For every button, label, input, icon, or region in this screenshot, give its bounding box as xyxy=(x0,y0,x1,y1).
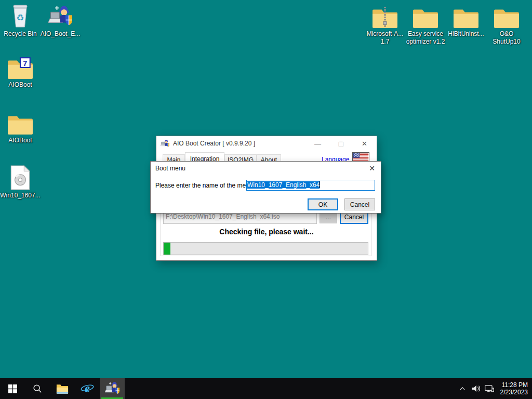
icon-label: Easy serviceoptimizer v1.2 xyxy=(405,30,446,46)
ok-button[interactable]: OK xyxy=(308,198,338,210)
title-bar[interactable]: AIO Boot Creator [ v0.9.9.20 ] — ▢ ✕ xyxy=(156,136,377,151)
svg-text:7: 7 xyxy=(23,59,27,68)
desktop-icon-oo-shutup[interactable]: O&OShutUp10 xyxy=(486,3,527,46)
boot-menu-dialog: Boot menu ✕ Please enter the name of the… xyxy=(150,161,381,214)
search-icon xyxy=(32,383,43,394)
windows-logo-icon xyxy=(8,384,17,393)
recycle-bin-icon: ♻ xyxy=(0,3,41,29)
folder-7-icon: 7 xyxy=(0,54,41,79)
svg-text:e: e xyxy=(85,382,90,395)
system-tray: 11:28 PM 2/23/2023 xyxy=(457,378,532,399)
taskbar: e 11:28 PM 2/23/2023 xyxy=(0,378,532,399)
desktop-icon-aioboot-setup[interactable]: 7 AIOBoot xyxy=(0,54,41,89)
svg-text:♻: ♻ xyxy=(16,12,24,23)
icon-label: AIOBoot xyxy=(0,137,41,144)
volume-icon[interactable] xyxy=(470,378,482,399)
status-text: Checking file, please wait... xyxy=(156,228,377,236)
icon-label: AIOBoot xyxy=(0,81,41,89)
internet-explorer-button[interactable]: e xyxy=(75,378,100,399)
internet-explorer-icon: e xyxy=(81,382,94,395)
app-icon xyxy=(161,139,169,148)
dialog-title: Boot menu xyxy=(155,165,185,172)
close-button[interactable]: ✕ xyxy=(353,136,376,151)
menu-name-input[interactable]: Win10_1607_English_x64 xyxy=(246,180,375,191)
search-button[interactable] xyxy=(25,378,50,399)
icon-label: AIO_Boot_E... xyxy=(40,30,81,38)
start-button[interactable] xyxy=(0,378,25,399)
text-caret xyxy=(320,181,320,188)
clock-date: 2/23/2023 xyxy=(500,389,528,396)
icon-label: Win10_1607... xyxy=(0,192,41,200)
dialog-cancel-button[interactable]: Cancel xyxy=(344,198,375,210)
aio-boot-app-icon xyxy=(105,381,119,396)
progress-bar xyxy=(163,242,368,255)
aio-boot-app-icon xyxy=(40,3,81,29)
clock[interactable]: 11:28 PM 2/23/2023 xyxy=(497,381,528,396)
progress-fill xyxy=(164,243,170,255)
minimize-button[interactable]: — xyxy=(306,136,329,151)
desktop-icon-win10-iso[interactable]: Win10_1607... xyxy=(0,164,41,200)
desktop-icon-aioboot-folder[interactable]: AIOBoot xyxy=(0,109,41,144)
desktop-icon-easy-service-optimizer[interactable]: Easy serviceoptimizer v1.2 xyxy=(405,3,446,46)
desktop-icon-recycle-bin[interactable]: ♻ Recycle Bin xyxy=(0,3,41,38)
icon-label: O&OShutUp10 xyxy=(486,30,527,46)
window-title: AIO Boot Creator [ v0.9.9.20 ] xyxy=(173,140,255,147)
menu-name-prompt: Please enter the name of the menu xyxy=(155,182,252,189)
maximize-button: ▢ xyxy=(329,136,353,151)
file-explorer-icon xyxy=(56,383,69,394)
icon-label: Microsoft-A...1.7 xyxy=(365,30,405,46)
dialog-title-bar[interactable]: Boot menu xyxy=(151,162,381,175)
desktop-icon-aio-boot-exe[interactable]: AIO_Boot_E... xyxy=(40,3,81,38)
file-explorer-button[interactable] xyxy=(50,378,75,399)
folder-icon xyxy=(446,3,486,29)
folder-icon xyxy=(0,109,41,135)
tray-chevron-up-icon[interactable] xyxy=(457,378,468,399)
dialog-close-icon[interactable]: ✕ xyxy=(363,162,381,175)
icon-label: HiBitUninst... xyxy=(446,30,486,38)
folder-icon xyxy=(405,3,446,29)
iso-file-icon xyxy=(0,164,41,190)
desktop-icon-microsoft-zip[interactable]: Microsoft-A...1.7 xyxy=(365,3,405,46)
icon-label: Recycle Bin xyxy=(0,30,41,38)
desktop-icon-hibit-uninstaller[interactable]: HiBitUninst... xyxy=(446,3,486,38)
selected-text: Win10_1607_English_x64 xyxy=(247,181,320,189)
network-icon[interactable] xyxy=(484,378,495,399)
zip-folder-icon xyxy=(365,3,405,29)
aio-boot-taskbar-button[interactable] xyxy=(100,378,125,399)
folder-icon xyxy=(486,3,527,29)
clock-time: 11:28 PM xyxy=(500,381,528,389)
